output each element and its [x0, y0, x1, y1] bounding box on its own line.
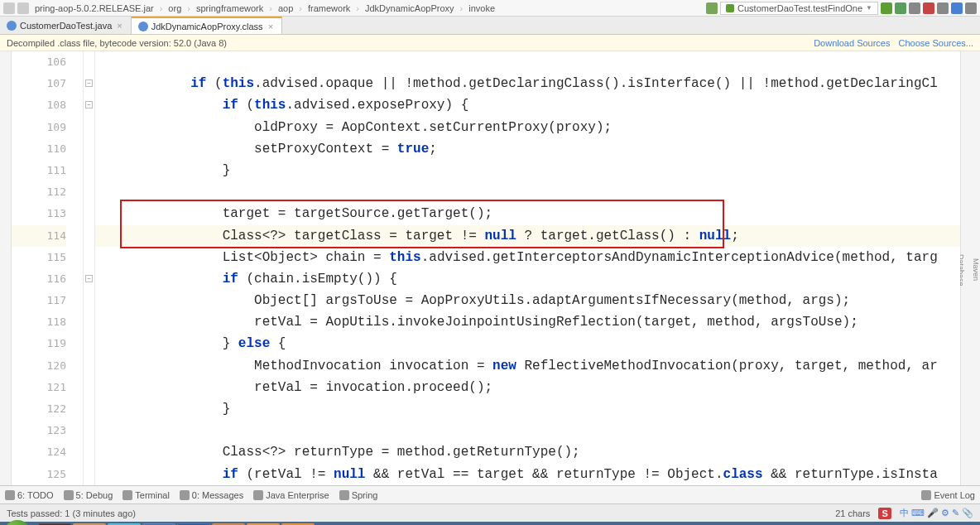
hammer-icon[interactable] [706, 2, 718, 14]
tool-spring[interactable]: Spring [339, 490, 378, 500]
line-number: 113 [12, 203, 66, 224]
code-line[interactable]: } else { [95, 333, 960, 354]
line-number: 114 [12, 225, 66, 247]
breadcrumb-item[interactable]: springframework [194, 3, 266, 13]
left-tool-strip [0, 51, 12, 485]
tool-debug[interactable]: 5: Debug [64, 490, 113, 500]
chevron-down-icon: ▼ [866, 4, 872, 12]
breadcrumb-item[interactable]: framework [305, 3, 353, 13]
ime-badge[interactable]: S [878, 508, 891, 519]
breadcrumb-item[interactable]: JdkDynamicAopProxy [363, 3, 457, 13]
stop-icon[interactable] [923, 2, 934, 14]
code-line[interactable]: if (this.advised.exposeProxy) { [95, 94, 960, 116]
code-line[interactable]: retVal = AopUtils.invokeJoinpointUsingRe… [95, 311, 960, 333]
line-number: 119 [12, 333, 66, 354]
code-line[interactable]: List<Object> chain = this.advised.getInt… [95, 247, 960, 268]
tab-customer-dao-test[interactable]: CustomerDaoTest.java × [0, 17, 132, 34]
editor-tabs: CustomerDaoTest.java × JdkDynamicAopProx… [0, 17, 980, 35]
breadcrumb-item[interactable]: invoke [466, 3, 497, 13]
test-icon [726, 4, 734, 12]
java-class-icon [138, 22, 148, 31]
line-number: 121 [12, 377, 66, 398]
fold-toggle[interactable]: − [85, 101, 93, 108]
code-line[interactable] [95, 420, 960, 441]
decompiled-text: Decompiled .class file, bytecode version… [7, 38, 227, 48]
line-number: 107 [12, 73, 66, 94]
fold-toggle[interactable]: − [85, 275, 93, 282]
line-number: 125 [12, 464, 66, 485]
tab-label: JdkDynamicAopProxy.class [151, 22, 263, 31]
line-number: 112 [12, 181, 66, 203]
download-sources-link[interactable]: Download Sources [814, 38, 890, 48]
back-icon[interactable] [17, 2, 29, 14]
line-number: 123 [12, 420, 66, 441]
code-line[interactable]: Class<?> returnType = method.getReturnTy… [95, 441, 960, 463]
line-number: 111 [12, 160, 66, 181]
tool-maven[interactable]: Maven [972, 255, 980, 284]
run-config-label: CustomerDaoTest.testFindOne [737, 3, 862, 13]
line-number: 117 [12, 290, 66, 311]
close-icon[interactable]: × [115, 21, 123, 31]
tool-terminal[interactable]: Terminal [122, 490, 170, 500]
java-class-icon [7, 21, 17, 31]
breadcrumb-item[interactable]: pring-aop-5.0.2.RELEASE.jar [32, 3, 156, 13]
code-line[interactable]: oldProxy = AopContext.setCurrentProxy(pr… [95, 117, 960, 138]
line-number: 118 [12, 311, 66, 333]
code-line[interactable] [95, 51, 960, 73]
tab-jdk-dynamic-aop-proxy[interactable]: JdkDynamicAopProxy.class × [132, 17, 282, 34]
profile-icon[interactable] [937, 2, 949, 14]
decompiled-info-bar: Decompiled .class file, bytecode version… [0, 35, 980, 51]
ime-icons[interactable]: 中 ⌨ 🎤 ⚙ ✎ 📎 [900, 507, 973, 519]
code-line[interactable]: } [95, 160, 960, 181]
code-line[interactable]: setProxyContext = true; [95, 138, 960, 160]
coverage-icon[interactable] [909, 2, 920, 14]
project-view-icon[interactable] [3, 2, 15, 14]
nav-icons [3, 2, 29, 14]
debug-icon[interactable] [895, 2, 906, 14]
code-line[interactable]: } [95, 398, 960, 420]
run-config: CustomerDaoTest.testFindOne ▼ [706, 2, 977, 15]
code-line[interactable]: if (retVal != null && retVal == target &… [95, 464, 960, 485]
code-line[interactable]: target = targetSource.getTarget(); [95, 203, 960, 224]
line-number: 122 [12, 398, 66, 420]
choose-sources-link[interactable]: Choose Sources... [899, 38, 974, 48]
taskbar: https://blog.csdn.net/weixin_38055163 ▲ … [0, 522, 980, 525]
search-icon[interactable] [965, 2, 977, 14]
run-icon[interactable] [881, 2, 892, 14]
code-line[interactable]: if (this.advised.opaque || !method.getDe… [95, 73, 960, 94]
line-number: 106 [12, 51, 66, 73]
info-links: Download Sources Choose Sources... [814, 38, 973, 48]
tab-label: CustomerDaoTest.java [20, 21, 112, 31]
line-number: 120 [12, 355, 66, 377]
selection-chars: 21 chars [835, 508, 870, 518]
editor: 1061071081091101111121131141151161171181… [0, 51, 980, 485]
code-line[interactable]: retVal = invocation.proceed(); [95, 377, 960, 398]
tool-java-enterprise[interactable]: Java Enterprise [253, 490, 329, 500]
breadcrumb-bar: pring-aop-5.0.2.RELEASE.jar› org› spring… [0, 0, 980, 17]
code-line[interactable]: Class<?> targetClass = target != null ? … [95, 225, 960, 247]
tool-window-bar: 6: TODO 5: Debug Terminal 0: Messages Ja… [0, 485, 980, 503]
status-bar: Tests passed: 1 (3 minutes ago) 21 chars… [0, 503, 980, 522]
vcs-icon[interactable] [951, 2, 963, 14]
code-pane[interactable]: if (this.advised.opaque || !method.getDe… [95, 51, 960, 485]
code-line[interactable] [95, 181, 960, 203]
breadcrumb-item[interactable]: org [166, 3, 184, 13]
run-config-select[interactable]: CustomerDaoTest.testFindOne ▼ [720, 2, 878, 15]
close-icon[interactable]: × [267, 22, 275, 31]
code-line[interactable]: Object[] argsToUse = AopProxyUtils.adapt… [95, 290, 960, 311]
fold-toggle[interactable]: − [85, 79, 93, 87]
line-number: 110 [12, 138, 66, 160]
line-number: 109 [12, 117, 66, 138]
tool-messages[interactable]: 0: Messages [180, 490, 243, 500]
tool-todo[interactable]: 6: TODO [5, 490, 54, 500]
code-line[interactable]: MethodInvocation invocation = new Reflec… [95, 355, 960, 377]
tests-status: Tests passed: 1 (3 minutes ago) [7, 508, 136, 518]
breadcrumb-item[interactable]: aop [276, 3, 295, 13]
code-line[interactable]: if (chain.isEmpty()) { [95, 268, 960, 290]
right-tool-strip: Maven Database Ant Bean Validation [960, 51, 980, 485]
tool-event-log[interactable]: Event Log [921, 490, 975, 500]
line-number: 115 [12, 247, 66, 268]
line-number: 116 [12, 268, 66, 290]
line-number: 124 [12, 441, 66, 463]
fold-gutter: −−− [84, 51, 95, 485]
